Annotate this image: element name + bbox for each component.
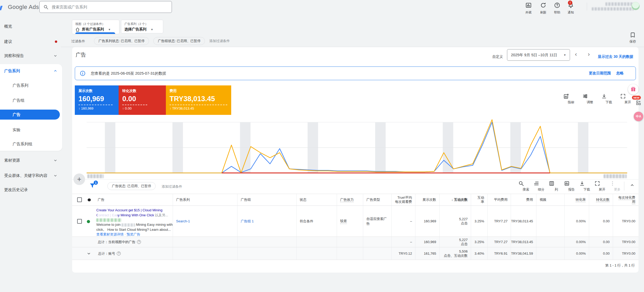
campaign-selector[interactable]: 广告系列（2 个） 选择广告系列 ▾ (121, 20, 163, 33)
expand-totals-chevron[interactable] (87, 252, 91, 255)
sidebar-item-insights[interactable]: 洞察和报告 (0, 50, 61, 61)
header-interaction_rate[interactable]: 互动率 (471, 194, 488, 206)
sidebar-item-campaign-groups[interactable]: 广告系列组 (0, 139, 60, 149)
translate-extension-button[interactable]: 中A (634, 112, 643, 121)
date-info-banner: 您查看的是 2025-06-05至 2025-07-31的数据 更改日期范围 忽… (75, 66, 636, 80)
download-icon (601, 93, 616, 99)
sidebar-item-campaigns[interactable]: 广告系列 (0, 66, 61, 76)
cell-cost_per_conv: TRY0.00 (613, 247, 638, 260)
appearance-button[interactable]: 外观 (522, 2, 535, 15)
performance-trend-chart[interactable] (87, 116, 627, 179)
display-url-redacted (96, 218, 122, 222)
table-toolbar: 搜索 细分 列 报告 下载 展开 更多 (518, 181, 625, 192)
header-status[interactable]: 状态 (297, 194, 337, 206)
sidebar-item-assets[interactable]: 素材资源 (0, 155, 61, 166)
sidebar-item-change-history[interactable]: 更改历史记录 (0, 185, 61, 195)
ad-group-link[interactable]: 广告组 1 (241, 219, 254, 224)
cell-interaction_rate: 3.25% (471, 206, 488, 237)
table-add-filter[interactable]: 添加过滤条件 (162, 184, 182, 189)
campaign-link[interactable]: Search-1 (176, 219, 190, 223)
table-report-button[interactable]: 报告 (564, 181, 579, 192)
select-all-checkbox[interactable] (77, 197, 82, 202)
header-ad[interactable]: 广告 (72, 194, 173, 206)
filter-chip-0[interactable]: 广告系列状态: 已启用、已暂停 (94, 37, 149, 45)
date-range-value: 2025年 9月 5日 –10月 11日 (511, 53, 557, 58)
table-columns-button[interactable]: 列 (549, 181, 564, 192)
cell-interactions: 5,506点击、互动次数 (440, 247, 471, 260)
filter-chip-1[interactable]: 广告组状态: 已启用、已暂停 (153, 37, 205, 45)
table-search-button[interactable]: 搜索 (518, 181, 534, 192)
header-conv_rate[interactable]: 转化率 (565, 194, 589, 206)
header-campaign[interactable]: 广告系列 (173, 194, 237, 206)
chart-download-button[interactable]: 下载 (601, 93, 616, 105)
chart-adjust-button[interactable]: 调整 (582, 93, 598, 105)
avatar[interactable] (631, 2, 640, 10)
sidebar-item-experiments[interactable]: 实验 (0, 125, 60, 135)
chart-metrics-button[interactable]: 指标 (563, 93, 579, 105)
gift-extension-button[interactable] (628, 84, 638, 95)
preview-ad-link[interactable]: 预览广告 (127, 232, 140, 236)
table-more-button[interactable]: 更多 (610, 181, 625, 192)
help-icon[interactable]: ? (117, 252, 121, 255)
cell-impressions: 160,969 (415, 237, 440, 247)
screenshot-extension-icon[interactable] (636, 100, 641, 105)
collapse-table-chevron[interactable] (630, 183, 634, 187)
header-trueview[interactable]: True\平均每次观看费 (392, 194, 415, 206)
header-impressions[interactable]: 展示次数 (415, 194, 440, 206)
header-strength[interactable]: 广告效力 (337, 194, 363, 206)
table-segment-button[interactable]: 细分 (534, 181, 549, 192)
sidebar-item-overview[interactable]: 概览 (0, 21, 61, 32)
header-conversions[interactable]: 转化次数 (589, 194, 613, 206)
header-cost_per_conv[interactable]: 每次转化费用 (613, 194, 638, 206)
help-button[interactable]: 帮助 (550, 2, 564, 15)
cell-conversions: 0.00 (589, 206, 613, 237)
dismiss-banner-link[interactable]: 忽略 (616, 71, 624, 76)
header-ad_type[interactable]: 广告类型 (363, 194, 392, 206)
add-button[interactable]: + (73, 173, 85, 185)
row-checkbox[interactable] (77, 219, 82, 224)
ad-title-link[interactable]: Create Your Account get $15 | Cloud Mini… (96, 208, 167, 213)
header-ad_group[interactable]: 广告组 (237, 194, 297, 206)
totals-row-1: 总计：账号?TRY0.12161,7655,506点击、互动次数3.40%TRY… (72, 247, 638, 260)
metric-card-2[interactable]: 费用 TRY38,013.45 ↑ TRY38,013.45 (166, 85, 231, 115)
cell-ad_type (363, 247, 392, 260)
header-avg_cost[interactable]: 平均费用 (488, 194, 511, 206)
table-filter-button[interactable]: 1 (89, 182, 96, 189)
banner-text: 您查看的是 2025-06-05至 2025-07-31的数据 (91, 71, 572, 76)
add-filter-link[interactable]: 添加过滤条件 (209, 39, 230, 43)
sidebar-item-ads[interactable]: 广告 (0, 110, 60, 120)
table-download-button[interactable]: 下载 (579, 181, 594, 192)
change-date-range-link[interactable]: 更改日期范围 (589, 71, 611, 76)
header-interactions[interactable]: ↓ 互动次数 (440, 194, 471, 206)
metrics-icon (563, 93, 579, 99)
metric-card-1[interactable]: 转化次数 0.00 ↑ 0.00 (119, 85, 166, 115)
help-icon[interactable]: ? (137, 240, 141, 244)
view-selector[interactable]: 视图（2 个过滤条件） 所有广告系列 ▾ (72, 20, 119, 34)
date-range-selector[interactable]: 2025年 9月 5日 –10月 11日 ▾ (507, 49, 570, 61)
search-input[interactable] (52, 5, 168, 9)
account-name-redacted (605, 2, 634, 6)
refresh-button[interactable]: 刷新 (536, 2, 550, 15)
ad-status-filter-chip[interactable]: 广告状态: 已启用、已暂停 (107, 182, 156, 190)
header-video[interactable]: 视频 (536, 194, 565, 206)
header-cost[interactable]: 费用 (511, 194, 536, 206)
notifications-button[interactable]: !通知 (564, 2, 578, 15)
account-id-redacted (592, 7, 634, 11)
view-asset-details-link[interactable]: 查看素材资源详情 (96, 232, 124, 236)
date-prev-button[interactable]: ‹ (575, 51, 577, 58)
sidebar-item-campaigns-sub[interactable]: 广告系列 (0, 80, 60, 91)
cell-strength (337, 247, 363, 260)
sidebar-item-recommendations[interactable]: 建议 (0, 36, 61, 47)
sidebar-item-ad-groups[interactable]: 广告组 (0, 95, 60, 106)
sidebar-item-audiences[interactable]: 受众群体、关键字和内容 (0, 170, 61, 181)
metric-card-0[interactable]: 展示次数 160,969 ↑ 160,969 (75, 85, 119, 115)
date-next-button[interactable]: › (588, 51, 590, 58)
chart-toolbar: 指标 调整 下载 展开 (563, 93, 635, 105)
save-button[interactable]: 保存 (626, 32, 639, 44)
table-expand-button[interactable]: 展开 (594, 181, 610, 192)
search-icon (518, 181, 534, 186)
cell-ad_group: 广告组 1 (237, 206, 297, 237)
global-search[interactable] (39, 1, 172, 13)
campaigns-expanded-card (0, 64, 62, 151)
show-last-30-days-link[interactable]: 显示过去 30 天的数据 (598, 54, 633, 59)
